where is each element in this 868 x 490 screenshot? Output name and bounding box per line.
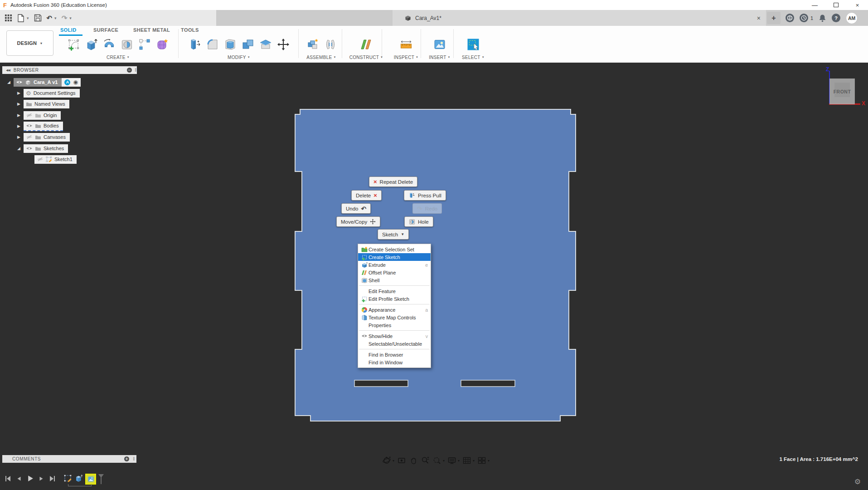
caret-down-icon[interactable]: ▾ xyxy=(393,459,394,463)
maximize-button[interactable] xyxy=(825,0,847,10)
collapse-triangle-icon[interactable]: ▶ xyxy=(17,113,24,118)
browser-item-canvases[interactable]: ▶ Canvases xyxy=(17,132,70,142)
menu-item-show-hide[interactable]: Show/Hide v xyxy=(358,332,431,340)
viewcube[interactable]: FRONT xyxy=(829,78,855,104)
grid-display-icon[interactable] xyxy=(462,456,471,465)
marking-menu-hole[interactable]: Hole xyxy=(404,216,433,227)
marking-menu-delete[interactable]: Delete × xyxy=(351,190,382,201)
collapse-triangle-icon[interactable]: ▶ xyxy=(17,91,24,95)
menu-item-create-selection-set[interactable]: Create Selection Set xyxy=(358,245,431,253)
play-icon[interactable] xyxy=(26,475,34,482)
menu-item-extrude[interactable]: Extrude e xyxy=(358,261,431,269)
file-icon[interactable] xyxy=(17,14,24,22)
menu-item-appearance[interactable]: Appearance a xyxy=(358,306,431,314)
caret-down-icon[interactable]: ▾ xyxy=(443,459,445,463)
hole-icon[interactable] xyxy=(120,38,134,51)
display-settings-icon[interactable] xyxy=(447,456,456,465)
group-label-insert[interactable]: INSERT ▼ xyxy=(423,55,456,60)
split-body-icon[interactable] xyxy=(259,38,272,51)
group-label-select[interactable]: SELECT ▼ xyxy=(455,55,491,60)
document-tab-close-icon[interactable]: × xyxy=(757,15,761,22)
go-to-end-icon[interactable] xyxy=(48,475,56,482)
notification-bell-icon[interactable] xyxy=(819,14,826,22)
comments-panel-header[interactable]: COMMENTS + ‖ xyxy=(2,455,136,463)
browser-resize-grip[interactable]: ‖ xyxy=(135,68,137,73)
menu-item-find-in-window[interactable]: Find in Window xyxy=(358,358,431,366)
menu-item-edit-profile-sketch[interactable]: Edit Profile Sketch xyxy=(358,295,431,303)
select-icon[interactable] xyxy=(466,38,480,51)
menu-item-create-sketch[interactable]: Create Sketch xyxy=(358,253,431,261)
browser-item-origin[interactable]: ▶ Origin xyxy=(17,111,61,120)
caret-down-icon[interactable]: ▾ xyxy=(488,459,490,463)
browser-item-named-views[interactable]: ▶ Named Views xyxy=(17,99,69,108)
step-forward-icon[interactable] xyxy=(38,475,44,482)
activate-component-icon[interactable]: ◉ xyxy=(73,79,78,85)
preferences-gear-icon[interactable]: ⚙ xyxy=(854,477,861,486)
look-at-icon[interactable] xyxy=(397,456,406,465)
tab-solid[interactable]: SOLID xyxy=(60,27,77,33)
browser-item-document-settings[interactable]: ▶ ⚙ Document Settings xyxy=(17,88,80,98)
zoom-window-icon[interactable] xyxy=(432,456,441,465)
visibility-off-eye-icon[interactable] xyxy=(26,135,33,139)
pattern-icon[interactable] xyxy=(138,38,151,51)
collapse-triangle-icon[interactable]: ▶ xyxy=(17,135,24,139)
shared-link-badge[interactable]: A xyxy=(64,79,70,85)
marking-menu-move-copy[interactable]: Move/Copy xyxy=(336,216,380,227)
viewports-icon[interactable] xyxy=(477,456,486,465)
workspace-selector[interactable]: DESIGN ▼ xyxy=(6,30,53,56)
browser-item-root[interactable]: ◢ Cara_A v1 A ◉ xyxy=(7,78,81,87)
press-pull-icon[interactable] xyxy=(188,38,202,51)
model-slot[interactable] xyxy=(461,380,515,387)
measure-icon[interactable] xyxy=(399,38,413,51)
timeline-position-marker[interactable] xyxy=(98,474,104,485)
browser-item-sketches[interactable]: ◢ Sketches xyxy=(17,144,68,153)
expand-triangle-icon[interactable]: ◢ xyxy=(17,146,24,151)
avatar[interactable]: AM xyxy=(846,12,858,24)
group-label-assemble[interactable]: ASSEMBLE ▼ xyxy=(301,55,342,60)
timeline-sketch-feature-icon[interactable] xyxy=(63,474,73,483)
joint-icon[interactable] xyxy=(324,38,337,51)
caret-down-icon[interactable]: ▾ xyxy=(473,459,475,463)
add-comment-icon[interactable]: + xyxy=(124,456,129,461)
marking-menu-undo[interactable]: Undo ↶ xyxy=(341,203,371,214)
menu-item-shell[interactable]: Shell xyxy=(358,276,431,284)
help-icon[interactable]: ? xyxy=(832,14,840,22)
visibility-eye-icon[interactable] xyxy=(26,123,33,128)
marking-menu-repeat-delete[interactable]: × Repeat Delete xyxy=(369,176,417,187)
marking-menu-press-pull[interactable]: Press Pull xyxy=(404,190,446,201)
collapse-triangle-icon[interactable]: ▶ xyxy=(17,124,24,128)
browser-item-sketch1[interactable]: Sketch1 xyxy=(34,155,77,164)
collapse-triangle-icon[interactable]: ▶ xyxy=(17,102,24,106)
create-form-icon[interactable] xyxy=(155,38,169,51)
model-face[interactable] xyxy=(295,109,576,421)
explore-globe-icon[interactable] xyxy=(786,14,794,22)
job-status-clock-icon[interactable] xyxy=(800,14,808,22)
offset-plane-icon[interactable] xyxy=(359,38,373,51)
menu-item-edit-feature[interactable]: Edit Feature xyxy=(358,287,431,295)
expand-triangle-icon[interactable]: ◢ xyxy=(7,80,14,84)
step-back-icon[interactable] xyxy=(16,475,22,482)
group-label-inspect[interactable]: INSPECT ▼ xyxy=(386,55,426,60)
save-icon[interactable] xyxy=(34,14,42,22)
close-button[interactable]: × xyxy=(847,0,868,10)
menu-item-texture-map-controls[interactable]: Texture Map Controls xyxy=(358,314,431,321)
visibility-eye-icon[interactable] xyxy=(16,80,23,84)
redo-menu-caret-icon[interactable]: ▾ xyxy=(69,16,72,20)
visibility-off-eye-icon[interactable] xyxy=(37,157,44,162)
tab-surface[interactable]: SURFACE xyxy=(93,27,118,33)
browser-minimize-icon[interactable]: − xyxy=(127,68,132,73)
comments-resize-grip[interactable]: ‖ xyxy=(133,456,135,461)
group-label-modify[interactable]: MODIFY ▼ xyxy=(180,55,297,60)
menu-item-offset-plane[interactable]: Offset Plane xyxy=(358,269,431,276)
shell-icon[interactable] xyxy=(223,38,237,51)
tab-sheet-metal[interactable]: SHEET METAL xyxy=(133,27,170,33)
tab-tools[interactable]: TOOLS xyxy=(181,27,199,33)
menu-item-selectable-unselectable[interactable]: Selectable/Unselectable xyxy=(358,340,431,348)
file-menu-caret-icon[interactable]: ▾ xyxy=(27,16,29,20)
marking-menu-sketch[interactable]: Sketch ▼ xyxy=(378,229,409,240)
combine-icon[interactable] xyxy=(241,38,255,51)
extrude-icon[interactable] xyxy=(85,38,98,51)
app-grid-icon[interactable] xyxy=(5,14,12,22)
group-label-create[interactable]: CREATE ▼ xyxy=(60,55,176,60)
caret-down-icon[interactable]: ▾ xyxy=(458,459,460,463)
